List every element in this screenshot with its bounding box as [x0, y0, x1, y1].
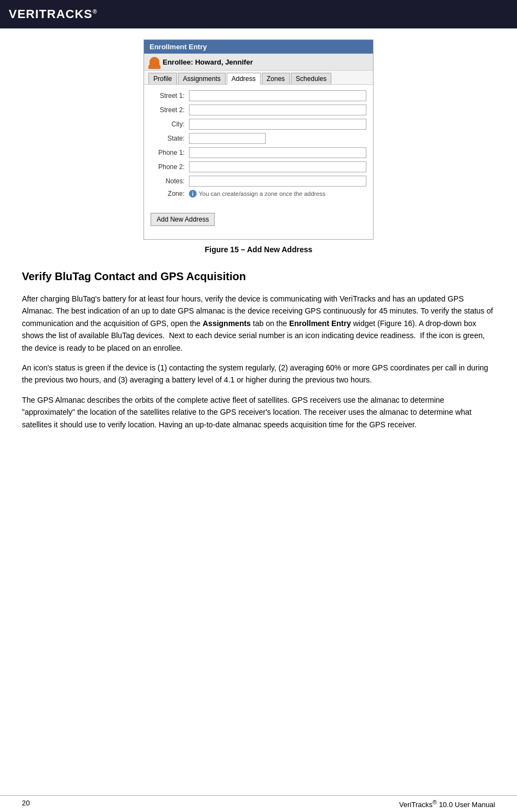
- footer-product-info: VeriTracks® 10.0 User Manual: [399, 799, 495, 809]
- enrollee-name: Enrollee: Howard, Jennifer: [163, 58, 253, 66]
- notes-label: Notes:: [151, 177, 189, 185]
- logo-text: VeriTracks: [9, 7, 93, 21]
- phone2-row: Phone 2:: [151, 161, 366, 172]
- state-label: State:: [151, 135, 189, 142]
- notes-row: Notes:: [151, 176, 366, 187]
- city-label: City:: [151, 120, 189, 128]
- notes-input[interactable]: [189, 176, 366, 187]
- city-row: City:: [151, 119, 366, 130]
- tab-assignments[interactable]: Assignments: [178, 73, 226, 84]
- tab-zones[interactable]: Zones: [262, 73, 290, 84]
- street1-row: Street 1:: [151, 90, 366, 101]
- street1-input[interactable]: [189, 90, 366, 101]
- tab-address[interactable]: Address: [227, 73, 261, 85]
- zone-label: Zone:: [151, 190, 189, 198]
- tab-schedules[interactable]: Schedules: [291, 73, 331, 84]
- page-content: Enrollment Entry Enrollee: Howard, Jenni…: [0, 28, 517, 460]
- section-heading-text: Verify BluTag Contact and GPS Acquisitio…: [22, 270, 246, 282]
- address-form: Street 1: Street 2: City: State: Phone 1…: [144, 85, 373, 239]
- street2-row: Street 2:: [151, 105, 366, 115]
- street2-input[interactable]: [189, 105, 366, 115]
- city-input[interactable]: [189, 119, 366, 130]
- widget-title-text: Enrollment Entry: [150, 43, 207, 51]
- zone-info: i You can create/assign a zone once the …: [189, 190, 325, 198]
- enrollee-bar: Enrollee: Howard, Jennifer: [144, 54, 373, 71]
- tab-schedules-label: Schedules: [296, 75, 326, 83]
- tab-zones-label: Zones: [267, 75, 285, 83]
- enrollee-person-icon: [150, 57, 159, 67]
- figure-container: Enrollment Entry Enrollee: Howard, Jenni…: [22, 39, 495, 254]
- add-new-address-label: Add New Address: [157, 216, 209, 223]
- phone2-input[interactable]: [189, 161, 366, 172]
- street1-label: Street 1:: [151, 92, 189, 100]
- section-heading: Verify BluTag Contact and GPS Acquisitio…: [22, 270, 495, 283]
- tab-assignments-label: Assignments: [183, 75, 221, 83]
- zone-info-text: You can create/assign a zone once the ad…: [199, 190, 325, 197]
- state-input[interactable]: [189, 133, 266, 144]
- phone1-input[interactable]: [189, 147, 366, 158]
- phone2-label: Phone 2:: [151, 163, 189, 171]
- tab-profile-label: Profile: [153, 75, 172, 83]
- logo-sup: ®: [93, 8, 97, 15]
- widget-title: Enrollment Entry: [144, 40, 373, 54]
- page-header: VeriTracks®: [0, 0, 517, 28]
- footer-product-label: VeriTracks: [399, 801, 433, 809]
- zone-row: Zone: i You can create/assign a zone onc…: [151, 190, 366, 198]
- paragraph-2: An icon's status is green if the device …: [22, 362, 495, 386]
- footer-product-version: 10.0 User Manual: [437, 801, 495, 809]
- footer-product-sup: ®: [433, 799, 437, 805]
- phone1-row: Phone 1:: [151, 147, 366, 158]
- street2-label: Street 2:: [151, 106, 189, 114]
- tabs-bar: Profile Assignments Address Zones Schedu…: [144, 71, 373, 85]
- paragraph-3: The GPS Almanac describes the orbits of …: [22, 394, 495, 431]
- state-row: State:: [151, 133, 366, 144]
- zone-info-icon: i: [189, 190, 197, 198]
- figure-caption: Figure 15 – Add New Address: [205, 245, 313, 254]
- add-new-address-button[interactable]: Add New Address: [151, 213, 215, 226]
- page-footer: 20 VeriTracks® 10.0 User Manual: [0, 795, 517, 812]
- tab-address-label: Address: [232, 75, 256, 83]
- footer-page-number: 20: [22, 799, 30, 809]
- figure-caption-text: Figure 15 – Add New Address: [205, 245, 313, 254]
- enrollment-widget: Enrollment Entry Enrollee: Howard, Jenni…: [143, 39, 374, 240]
- logo: VeriTracks®: [9, 7, 97, 21]
- tab-profile[interactable]: Profile: [148, 73, 177, 84]
- paragraph-1: After charging BluTag's battery for at l…: [22, 293, 495, 354]
- phone1-label: Phone 1:: [151, 149, 189, 156]
